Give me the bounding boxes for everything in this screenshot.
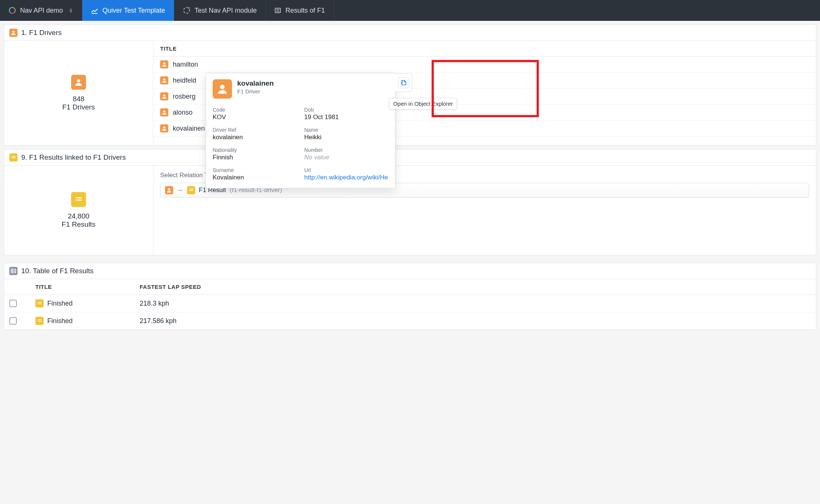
svg-rect-26	[38, 302, 38, 303]
field-label: Surname	[213, 167, 297, 173]
person-icon	[160, 124, 168, 133]
column-header-checkbox	[4, 279, 30, 295]
svg-rect-9	[12, 156, 12, 157]
tab-test-nav-api-module[interactable]: Test Nav API module	[174, 0, 266, 21]
driver-row[interactable]: hamilton	[153, 57, 816, 73]
person-icon	[213, 79, 232, 99]
row-checkbox[interactable]	[9, 317, 17, 325]
driver-name: rosberg	[173, 93, 196, 101]
person-icon	[160, 92, 168, 101]
svg-point-4	[163, 79, 165, 81]
svg-point-2	[77, 79, 80, 83]
tab-results-of-f1[interactable]: Results of F1	[266, 0, 334, 21]
results-table: TITLE FASTEST LAP SPEED Finished 218.3 k…	[4, 279, 816, 330]
field-value: Heikki	[304, 134, 388, 141]
summary-side-panel: 24,800 F1 Results	[4, 166, 153, 255]
svg-rect-30	[38, 319, 38, 320]
svg-rect-22	[11, 269, 16, 273]
column-header-title[interactable]: TITLE	[30, 279, 134, 295]
row-checkbox[interactable]	[9, 300, 17, 307]
table-cell-speed: 217.586 kph	[134, 312, 816, 330]
svg-rect-33	[39, 321, 41, 322]
panel-f1-drivers: 1. F1 Drivers 848 F1 Drivers TITLE hamil…	[4, 25, 816, 146]
driver-details-popover: Open in Object Explorer kovalainen F1 Dr…	[206, 73, 395, 188]
field-label: Url	[304, 167, 388, 173]
svg-rect-16	[77, 200, 82, 201]
field-value: KOV	[213, 114, 297, 121]
svg-rect-31	[39, 319, 41, 320]
panel-table-f1-results: 10. Table of F1 Results TITLE FASTEST LA…	[4, 263, 816, 330]
svg-rect-28	[38, 303, 38, 304]
table-cell-checkbox	[4, 295, 30, 312]
svg-point-17	[168, 188, 170, 191]
tab-label: Quiver Test Template	[102, 7, 165, 15]
person-icon	[160, 108, 168, 117]
table-cell-speed: 218.3 kph	[134, 295, 816, 312]
person-icon	[160, 76, 168, 84]
table-cell-title[interactable]: Finished	[30, 312, 134, 330]
list-icon	[35, 299, 44, 307]
svg-rect-15	[76, 200, 77, 201]
list-icon	[71, 192, 86, 207]
list-icon	[187, 186, 195, 194]
svg-point-8	[163, 127, 165, 129]
driver-name: hamilton	[173, 61, 198, 68]
field-value: Kovalainen	[213, 174, 297, 181]
count-value: 24,800	[62, 212, 96, 220]
open-object-explorer-button[interactable]	[398, 77, 409, 88]
person-icon	[9, 29, 18, 37]
svg-point-6	[163, 95, 165, 97]
list-panel: TITLE hamilton heidfeld	[153, 41, 816, 145]
driver-name: heidfeld	[173, 77, 196, 84]
svg-rect-14	[77, 197, 82, 198]
popover-fields: Code KOV Dob 19 Oct 1981 Driver Ref kova…	[206, 102, 395, 188]
field-value-link[interactable]: http://en.wikipedia.org/wiki/He	[304, 174, 388, 181]
count-label: F1 Drivers	[62, 103, 95, 111]
field-label: Number	[304, 147, 388, 153]
panel-title: 1. F1 Drivers	[21, 29, 62, 37]
tab-quiver-test-template[interactable]: Quiver Test Template	[82, 0, 174, 21]
svg-rect-11	[12, 157, 12, 158]
svg-rect-18	[189, 189, 190, 189]
field-value: 19 Oct 1981	[304, 114, 388, 121]
count-value: 848	[62, 95, 95, 103]
open-button-container	[395, 73, 412, 92]
summary-count: 24,800 F1 Results	[62, 212, 96, 229]
svg-point-5	[220, 85, 225, 89]
svg-rect-21	[190, 190, 193, 191]
field-label: Name	[304, 127, 388, 133]
arrow-icon: →	[177, 186, 183, 194]
svg-point-1	[12, 31, 15, 33]
driver-row[interactable]: heidfeld Open in Object Explorer	[153, 73, 816, 89]
svg-point-7	[163, 111, 165, 113]
panel-header: 9. F1 Results linked to F1 Drivers	[4, 150, 816, 166]
svg-rect-27	[39, 302, 41, 303]
count-label: F1 Results	[62, 220, 96, 229]
summary-side-panel: 848 F1 Drivers	[4, 41, 153, 145]
tab-label: Test Nav API module	[194, 7, 257, 15]
document-icon	[275, 8, 281, 13]
svg-point-3	[163, 63, 165, 65]
field-value: Finnish	[213, 154, 297, 161]
svg-rect-32	[38, 321, 38, 322]
table-icon	[9, 267, 18, 275]
field-label: Nationality	[213, 147, 297, 153]
chart-icon	[91, 8, 98, 13]
panel-title: 10. Table of F1 Results	[21, 267, 93, 275]
field-value: No value	[304, 154, 388, 161]
svg-rect-12	[13, 157, 15, 158]
field-label: Driver Ref	[213, 127, 297, 133]
panel-body: 24,800 F1 Results Select Relation Ty → F…	[4, 166, 816, 255]
column-header-title[interactable]: TITLE	[153, 41, 816, 57]
column-header-speed[interactable]: FASTEST LAP SPEED	[134, 279, 816, 295]
panel-header: 10. Table of F1 Results	[4, 263, 816, 279]
driver-name: kovalainen	[173, 125, 205, 133]
tab-nav-api-demo[interactable]: Nav API demo ▲▼	[0, 0, 82, 21]
open-tooltip: Open in Object Explorer	[389, 98, 457, 109]
field-label: Code	[213, 107, 297, 113]
summary-count: 848 F1 Drivers	[62, 95, 95, 111]
table-cell-title[interactable]: Finished	[30, 295, 134, 312]
field-value: kovalainen	[213, 134, 297, 141]
content-area: 1. F1 Drivers 848 F1 Drivers TITLE hamil…	[0, 25, 820, 504]
popover-title: kovalainen	[237, 79, 274, 87]
